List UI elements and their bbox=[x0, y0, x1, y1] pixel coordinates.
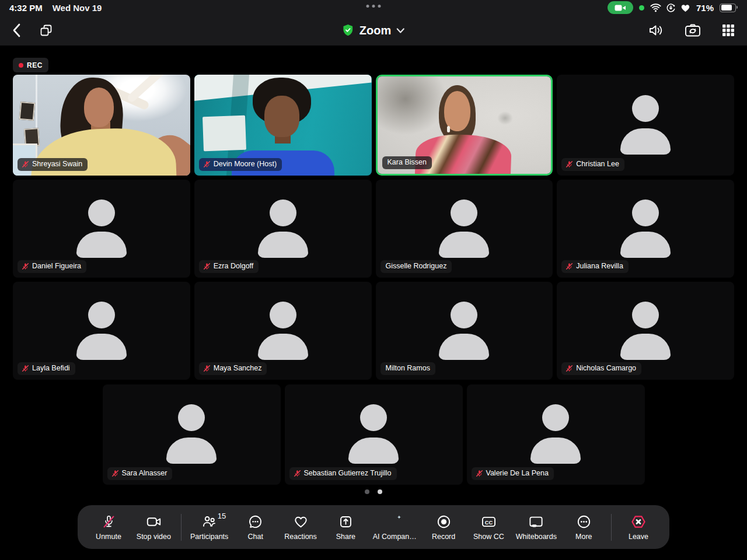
chevron-down-icon bbox=[396, 27, 405, 33]
avatar bbox=[258, 334, 308, 360]
multitasking-dots[interactable] bbox=[366, 5, 381, 8]
mic-in-use-dot bbox=[639, 5, 644, 10]
participant-tile[interactable]: Gisselle Rodriguez bbox=[376, 180, 553, 278]
participant-name-label: Shreyasi Swain bbox=[18, 158, 88, 171]
page-dot-active bbox=[378, 489, 382, 494]
back-button[interactable] bbox=[12, 23, 21, 38]
participant-tile[interactable]: Daniel Figueira bbox=[13, 180, 190, 278]
avatar bbox=[439, 334, 489, 360]
leave-hexagon-icon bbox=[630, 514, 647, 530]
participant-tile[interactable]: Shreyasi Swain bbox=[13, 75, 190, 176]
mic-muted-icon bbox=[111, 470, 119, 477]
participant-name-label: Gisselle Rodriguez bbox=[381, 260, 452, 273]
avatar bbox=[258, 232, 308, 258]
participant-tile[interactable]: Juliana Revilla bbox=[557, 180, 734, 278]
more-ellipsis-icon bbox=[576, 514, 592, 530]
avatar bbox=[270, 200, 296, 226]
participant-name-label: Daniel Figueira bbox=[18, 260, 86, 273]
page-dot bbox=[365, 489, 369, 494]
participant-name-label: Valerie De La Pena bbox=[472, 467, 554, 480]
avatar bbox=[88, 302, 115, 328]
participant-grid-bottom-row: Sara Alnasser Sebastian Gutierrez Trujil… bbox=[0, 384, 747, 485]
chat-button[interactable]: Chat bbox=[238, 514, 274, 541]
orientation-lock-icon bbox=[666, 3, 676, 13]
participant-name-label: Christian Lee bbox=[561, 158, 624, 171]
participant-tile[interactable]: Sara Alnasser bbox=[103, 384, 281, 485]
avatar bbox=[632, 302, 659, 328]
clock: 4:32 PM bbox=[9, 3, 43, 13]
toolbar-divider bbox=[611, 514, 612, 541]
recording-badge: REC bbox=[13, 58, 48, 72]
participant-name-label: Sara Alnasser bbox=[107, 467, 173, 480]
more-button[interactable]: More bbox=[566, 514, 602, 541]
heart-icon bbox=[680, 4, 690, 12]
share-button[interactable]: Share bbox=[327, 514, 364, 541]
recording-dot-icon bbox=[19, 63, 23, 68]
participant-tile[interactable]: Devin Moore (Host) bbox=[194, 75, 372, 176]
participant-tile[interactable]: Ezra Dolgoff bbox=[194, 180, 372, 278]
avatar bbox=[88, 200, 115, 226]
participant-tile[interactable]: Milton Ramos bbox=[376, 282, 553, 380]
reactions-button[interactable]: Reactions bbox=[282, 514, 319, 541]
unmute-button[interactable]: Unmute bbox=[90, 514, 127, 541]
app-switcher-icon[interactable] bbox=[39, 23, 54, 38]
record-button[interactable]: Record bbox=[425, 514, 462, 541]
closed-captions-icon: CC bbox=[481, 514, 497, 530]
participant-tile[interactable]: Nicholas Camargo bbox=[557, 282, 734, 380]
avatar bbox=[76, 232, 127, 258]
battery-icon bbox=[720, 4, 736, 12]
show-cc-button[interactable]: CC Show CC bbox=[470, 514, 507, 541]
participant-name-label: Sebastian Gutierrez Trujillo bbox=[289, 467, 397, 480]
whiteboards-button[interactable]: Whiteboards bbox=[516, 514, 557, 541]
participant-name-label: Milton Ramos bbox=[381, 362, 435, 375]
participant-tile[interactable]: Christian Lee bbox=[557, 75, 734, 176]
mic-muted-icon bbox=[22, 262, 29, 270]
avatar bbox=[270, 302, 296, 328]
meeting-toolbar: Unmute Stop video 15 Participants bbox=[78, 505, 669, 549]
participant-tile[interactable]: Maya Sanchez bbox=[194, 282, 372, 380]
participant-tile[interactable]: Valerie De La Pena bbox=[467, 384, 645, 485]
participant-tile[interactable]: Layla Befidi bbox=[13, 282, 190, 380]
switch-camera-icon[interactable] bbox=[684, 23, 701, 38]
participant-tile[interactable]: Sebastian Gutierrez Trujillo bbox=[285, 384, 463, 485]
participants-icon bbox=[201, 514, 217, 530]
avatar bbox=[632, 95, 659, 122]
speaker-icon[interactable] bbox=[648, 23, 664, 38]
avatar bbox=[451, 302, 477, 328]
mic-muted-icon bbox=[566, 365, 573, 372]
mic-muted-icon bbox=[294, 470, 301, 477]
mic-muted-icon bbox=[22, 160, 29, 168]
participant-name-label: Layla Befidi bbox=[18, 362, 75, 375]
gallery-view-icon[interactable] bbox=[721, 23, 735, 37]
participant-name-label: Nicholas Camargo bbox=[561, 362, 641, 375]
participant-name-label: Juliana Revilla bbox=[561, 260, 629, 273]
participant-grid: Shreyasi Swain Devin Moore (Host) Kara B… bbox=[13, 75, 734, 380]
avatar bbox=[76, 334, 127, 360]
page-title: Zoom bbox=[359, 24, 391, 37]
stop-video-button[interactable]: Stop video bbox=[135, 514, 172, 541]
participants-count-badge: 15 bbox=[218, 512, 226, 520]
mic-muted-icon bbox=[102, 514, 116, 530]
camera-in-use-pill bbox=[608, 1, 633, 14]
status-bar: 4:32 PM Wed Nov 19 7 bbox=[0, 0, 747, 15]
battery-percent: 71% bbox=[696, 3, 714, 13]
participant-tile-active-speaker[interactable]: Kara Bissen bbox=[376, 75, 553, 176]
heart-outline-icon bbox=[293, 514, 309, 530]
avatar bbox=[178, 404, 205, 431]
wifi-icon bbox=[650, 4, 661, 12]
top-band: 4:32 PM Wed Nov 19 7 bbox=[0, 0, 747, 46]
mic-muted-icon bbox=[476, 470, 483, 477]
avatar bbox=[620, 232, 671, 258]
toolbar-divider bbox=[181, 514, 181, 541]
avatar bbox=[348, 438, 399, 464]
meeting-title-menu[interactable]: Zoom bbox=[342, 24, 405, 37]
avatar bbox=[530, 438, 581, 464]
participants-button[interactable]: 15 Participants bbox=[190, 514, 228, 541]
avatar bbox=[451, 200, 477, 226]
mic-muted-icon bbox=[203, 160, 211, 168]
share-icon bbox=[338, 514, 354, 530]
leave-button[interactable]: Leave bbox=[620, 514, 657, 541]
ai-companion-button[interactable]: AI Compan… bbox=[373, 514, 417, 541]
avatar bbox=[439, 232, 489, 258]
avatar bbox=[620, 128, 671, 155]
